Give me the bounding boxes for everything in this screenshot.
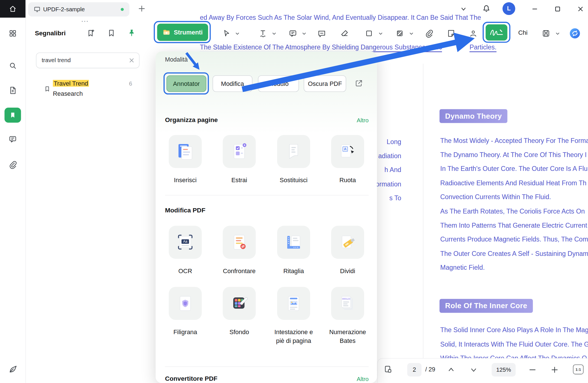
bookmark-item-count: 6 xyxy=(129,80,132,87)
menu-item-label: Sfondo xyxy=(215,328,264,337)
mode-label: Oscura PDF xyxy=(308,80,342,87)
panel-more-icon[interactable]: ⋯ xyxy=(81,16,89,25)
actual-size-button[interactable]: 1:1 xyxy=(573,365,583,375)
sidebar-bookmarks-active[interactable] xyxy=(5,108,21,123)
menu-divider xyxy=(165,195,369,195)
mode-modifica-button[interactable]: Modifica xyxy=(213,75,252,92)
select-tool-chevron-icon[interactable] xyxy=(236,32,239,35)
open-external-icon[interactable] xyxy=(355,79,363,87)
numerazione-bates-icon: 000123 xyxy=(337,293,358,314)
bookmark-item-title: Travel Trend xyxy=(53,80,89,87)
shape-square-tool-icon[interactable] xyxy=(365,29,374,38)
sidebar-pages-icon[interactable] xyxy=(8,86,17,95)
converter-more-link[interactable]: Altro xyxy=(357,376,369,382)
menu-item-numerazione-bates[interactable]: 000123 xyxy=(331,287,364,320)
strumenti-label: Strumenti xyxy=(174,29,202,36)
zoom-level[interactable]: 125% xyxy=(492,363,516,377)
page-number-input[interactable]: 2 xyxy=(407,363,421,377)
previous-page-chevron-icon[interactable] xyxy=(447,365,456,374)
section-title-organize: Organizza pagine xyxy=(165,116,218,124)
bookmark-search-input[interactable] xyxy=(36,53,139,68)
menu-item-label: Sostituisci xyxy=(269,176,318,185)
save-icon[interactable] xyxy=(541,29,550,38)
eraser-tool-icon[interactable] xyxy=(340,29,349,38)
bookmark-list-item[interactable]: Travel Trend Reasearch 6 xyxy=(30,76,142,101)
hatch-fill-tool-icon[interactable] xyxy=(395,29,404,38)
doc-heading-dynamo: Dynamo Theory xyxy=(439,109,508,123)
new-tab-icon[interactable] xyxy=(137,4,146,13)
speech-bubble-tool-icon[interactable] xyxy=(317,29,326,38)
organize-more-link[interactable]: Altro xyxy=(357,117,369,124)
comment-note-tool-icon[interactable] xyxy=(288,29,297,38)
text-tool-chevron-icon[interactable] xyxy=(272,32,276,35)
sidebar-search-icon[interactable] xyxy=(8,61,17,70)
bookmark-outline-icon[interactable] xyxy=(107,29,116,38)
page-thumbnail-icon[interactable] xyxy=(384,365,393,374)
sidebar-grid-icon[interactable] xyxy=(8,29,17,38)
sidebar-comments-icon[interactable] xyxy=(8,135,17,144)
stamp-person-tool-icon[interactable] xyxy=(469,29,478,38)
section-title-converter: Convertitore PDF xyxy=(165,375,217,383)
save-chevron-icon[interactable] xyxy=(556,32,559,35)
section-title-edit: Modifica PDF xyxy=(165,207,205,214)
zoom-out-icon[interactable] xyxy=(528,365,537,374)
menu-item-ruota[interactable]: A xyxy=(331,135,364,168)
zoom-in-icon[interactable] xyxy=(550,365,559,374)
mode-modulo-button[interactable]: Modulo xyxy=(258,75,299,92)
add-bookmark-icon[interactable] xyxy=(87,29,96,38)
mode-oscura-pdf-button[interactable]: Oscura PDF xyxy=(304,75,346,92)
menu-item-sostituisci[interactable] xyxy=(277,135,310,168)
menu-item-sfondo[interactable] xyxy=(223,287,256,320)
menu-item-confrontare[interactable] xyxy=(223,226,256,259)
ritaglia-icon xyxy=(284,232,304,253)
dividi-icon xyxy=(337,232,358,253)
page-column-divider xyxy=(423,64,423,359)
titlebar-chevron-down-icon[interactable] xyxy=(460,5,467,13)
select-tool-icon[interactable] xyxy=(222,29,231,38)
signature-icon xyxy=(490,28,503,36)
menu-item-label: Ruota xyxy=(323,176,372,185)
menu-item-ocr[interactable]: Aa xyxy=(169,226,202,259)
signature-tool-button[interactable] xyxy=(486,24,508,40)
menu-item-label: Estrai xyxy=(215,176,264,185)
minimize-icon[interactable] xyxy=(531,5,539,13)
close-icon[interactable] xyxy=(577,5,584,13)
intestazione-icon xyxy=(284,293,304,314)
home-button[interactable] xyxy=(0,0,25,18)
sidebar-pen-icon[interactable] xyxy=(8,364,18,374)
sidebar-divider xyxy=(25,18,26,383)
menu-item-estrai[interactable] xyxy=(223,135,256,168)
menu-item-dividi[interactable] xyxy=(331,226,364,259)
avatar-initial: L xyxy=(507,5,511,12)
confrontare-icon xyxy=(229,232,249,253)
chi-label[interactable]: Chi xyxy=(518,29,528,36)
clear-search-icon[interactable] xyxy=(128,57,135,64)
avatar[interactable]: L xyxy=(502,2,515,15)
tools-folder-icon xyxy=(163,28,171,36)
menu-item-intestazione[interactable] xyxy=(277,287,310,320)
next-page-chevron-icon[interactable] xyxy=(469,365,478,374)
sticky-note-tool-icon[interactable] xyxy=(447,29,456,38)
sidebar-attachments-icon[interactable] xyxy=(8,160,17,169)
pin-icon[interactable] xyxy=(127,29,136,38)
text-underline-tool-icon[interactable] xyxy=(258,29,267,38)
comment-tool-chevron-icon[interactable] xyxy=(302,32,306,35)
sfondo-icon xyxy=(229,293,249,314)
doc-line: Particles. xyxy=(469,43,496,51)
strumenti-button[interactable]: Strumenti xyxy=(157,24,208,41)
sync-cloud-icon[interactable] xyxy=(569,28,581,39)
menu-item-filigrana[interactable] xyxy=(169,287,202,320)
menu-item-inserisci[interactable] xyxy=(169,135,202,168)
document-tab[interactable]: UPDF-2-sample xyxy=(28,2,130,16)
menu-item-ritaglia[interactable] xyxy=(277,226,310,259)
hatch-tool-chevron-icon[interactable] xyxy=(410,32,413,35)
home-icon xyxy=(9,5,17,13)
notifications-bell-icon[interactable] xyxy=(482,4,491,13)
inserisci-icon xyxy=(175,142,195,162)
shape-tool-chevron-icon[interactable] xyxy=(379,32,382,35)
page-total-label: / 29 xyxy=(425,366,435,373)
panel-title: Segnalibri xyxy=(35,30,66,37)
doc-line: The Stable Existence Of The Atmosphere B… xyxy=(200,43,442,51)
maximize-icon[interactable] xyxy=(554,5,561,13)
attachment-tool-icon[interactable] xyxy=(424,29,434,38)
